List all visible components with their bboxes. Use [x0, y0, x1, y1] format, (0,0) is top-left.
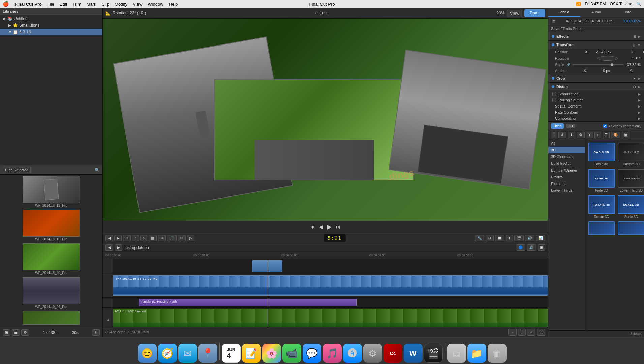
crop-collapse[interactable]: ▶: [638, 77, 641, 80]
cat-elements[interactable]: Elements: [548, 180, 585, 187]
anchor-y-val[interactable]: 0 px: [636, 69, 644, 73]
back-btn[interactable]: ◀: [105, 235, 113, 241]
transform-collapse[interactable]: ▼: [637, 43, 641, 47]
titles-text-btn[interactable]: T: [586, 132, 593, 138]
go-to-start-btn[interactable]: ⏮: [310, 224, 315, 230]
distort-collapse[interactable]: ▶: [638, 85, 641, 89]
effect-fade-3d[interactable]: FADE 3D Fade 3D: [588, 169, 615, 192]
dock-appstore[interactable]: 🅐: [343, 344, 362, 363]
spatial-conform-collapse[interactable]: ▶: [638, 104, 641, 108]
tool-audio[interactable]: 🎵: [167, 235, 177, 241]
done-button[interactable]: Done: [524, 9, 545, 17]
event-6-3-16[interactable]: ▼ 📋 6-3-16: [0, 29, 102, 35]
lower-video-clip[interactable]: 101111_165018 import: [113, 309, 548, 327]
edit-menu[interactable]: Edit: [60, 2, 67, 7]
scale-slider[interactable]: [572, 64, 624, 65]
app-name-menu[interactable]: Final Cut Pro: [14, 2, 42, 7]
cat-all[interactable]: All: [548, 140, 585, 147]
help-menu[interactable]: Help: [169, 2, 178, 7]
blade-tool[interactable]: ✂: [178, 235, 186, 241]
4k-ready-checkbox[interactable]: [603, 124, 607, 128]
library-untitled[interactable]: ▶ 📚 Untitled: [0, 15, 102, 22]
effect-custom-3d[interactable]: CUSTOM Custom 3D: [618, 143, 644, 166]
apple-menu[interactable]: 🍎: [3, 1, 9, 7]
modify-menu[interactable]: Modify: [115, 2, 127, 7]
grid-view-btn[interactable]: ⊞: [3, 329, 10, 336]
dock-creativecloud[interactable]: Cc: [384, 344, 402, 363]
file-menu[interactable]: File: [47, 2, 54, 7]
scale-link-icon[interactable]: 🔗: [566, 63, 570, 66]
connect-btn[interactable]: ⌾: [140, 235, 147, 241]
trim-menu[interactable]: Trim: [72, 2, 81, 7]
dock-fcp[interactable]: 🎬: [424, 344, 443, 363]
forward-btn[interactable]: ▶: [114, 235, 122, 241]
settings-btn[interactable]: ⚙: [21, 329, 29, 336]
cat-3d-cinematic[interactable]: 3D Cinematic: [548, 153, 585, 160]
rolling-shutter-collapse[interactable]: ▶: [638, 98, 641, 102]
media-item-3[interactable]: WP_2014...0_46_Pro: [1, 277, 101, 310]
clip-menu[interactable]: Clip: [102, 2, 109, 7]
dock-finder[interactable]: 😊: [138, 344, 157, 363]
smart-collections[interactable]: ▶ ⭐ Sma...tions: [0, 22, 102, 29]
transform-controls[interactable]: ↩ ⊡ ↪: [315, 11, 328, 16]
zoom-in-btn[interactable]: ＋: [527, 329, 535, 336]
main-video-clip[interactable]: WP_20141030_16_32_29_Pro: [113, 275, 548, 296]
dock-finder2[interactable]: 🗂: [447, 344, 466, 363]
anchor-x-val[interactable]: 0 px: [590, 69, 610, 73]
dock-messages[interactable]: 💬: [303, 344, 321, 363]
dock-calendar[interactable]: JUN4: [222, 344, 241, 363]
titles-refresh-btn[interactable]: ↺: [558, 132, 566, 138]
media-item-partial[interactable]: [1, 311, 101, 326]
rolling-shutter-checkbox[interactable]: [552, 98, 556, 102]
insert-btn[interactable]: ↕: [132, 235, 139, 241]
solo-btn[interactable]: 🔊: [525, 235, 534, 241]
effect-extra-2[interactable]: [618, 221, 644, 235]
view-btn[interactable]: View: [507, 10, 523, 17]
titles-bold-btn[interactable]: T̲: [603, 132, 610, 138]
dock-word[interactable]: W: [404, 344, 423, 363]
cat-build-in-out[interactable]: Build In/Out: [548, 160, 585, 167]
titles-info-btn[interactable]: ℹ: [551, 132, 557, 138]
crop-header[interactable]: Crop ✂ ▶: [548, 74, 644, 82]
cat-lower-thirds[interactable]: Lower Thirds: [548, 187, 585, 194]
zoom-out-btn[interactable]: －: [508, 329, 517, 336]
titles-color-btn[interactable]: 🎨: [611, 132, 620, 138]
replace-btn[interactable]: ↺: [158, 235, 166, 241]
mark-menu[interactable]: Mark: [87, 2, 96, 7]
media-item-1[interactable]: WP_2014...8_16_Pro: [1, 210, 101, 243]
hide-rejected-btn[interactable]: Hide Rejected: [3, 167, 31, 173]
title-clip[interactable]: Tumble 3D: Heading North: [139, 299, 357, 306]
titles-font-btn[interactable]: T: [594, 132, 602, 138]
tl-fwd-btn[interactable]: ▶: [115, 244, 122, 251]
dock-notes[interactable]: 📝: [242, 344, 261, 363]
effect-basic-3d[interactable]: BASIC 3D Basic 3D: [588, 143, 615, 166]
cat-3d[interactable]: 3D: [548, 147, 585, 153]
play-btn[interactable]: ▶: [327, 223, 332, 231]
effects-grid-icon[interactable]: ⊞: [633, 35, 636, 38]
cat-credits[interactable]: Credits: [548, 174, 585, 180]
rotation-dial[interactable]: [597, 56, 618, 61]
stabilization-checkbox[interactable]: [552, 92, 556, 96]
effect-scale-3d[interactable]: SCALE 3D Scale 3D: [618, 195, 644, 219]
zoom-fit-tl-btn[interactable]: ⊡: [518, 329, 526, 336]
append-btn[interactable]: ⊕: [123, 235, 131, 241]
effects-collapse-icon[interactable]: ▶: [638, 35, 641, 38]
titles-bg-btn[interactable]: ▣: [622, 132, 630, 138]
cat-bumper-opener[interactable]: Bumper/Opener: [548, 167, 585, 174]
menu-search-icon[interactable]: 🔍: [636, 2, 641, 6]
scale-val[interactable]: -37.82 %: [626, 63, 641, 67]
select-tool[interactable]: ▷: [187, 235, 194, 241]
play-backward-btn[interactable]: ◀: [319, 224, 323, 230]
titles-settings-btn[interactable]: ⚙: [577, 132, 585, 138]
dock-location[interactable]: 📍: [198, 344, 217, 363]
rotation-val[interactable]: 21.8 °: [620, 56, 641, 61]
tab-info[interactable]: Info: [612, 8, 644, 17]
tab-audio[interactable]: Audio: [580, 8, 612, 17]
distort-header[interactable]: Distort ⬡ ▶: [548, 83, 644, 91]
media-item-2[interactable]: WP_2014...5_40_Pro: [1, 243, 101, 276]
effect-lower-third-3d[interactable]: Lower Third 30 Lower Third 3D: [618, 169, 644, 192]
list-view-btn[interactable]: ☰: [12, 329, 20, 336]
search-icon-media[interactable]: 🔍: [95, 168, 100, 172]
compositing-collapse[interactable]: ▶: [638, 117, 641, 120]
window-menu[interactable]: Window: [148, 2, 163, 7]
